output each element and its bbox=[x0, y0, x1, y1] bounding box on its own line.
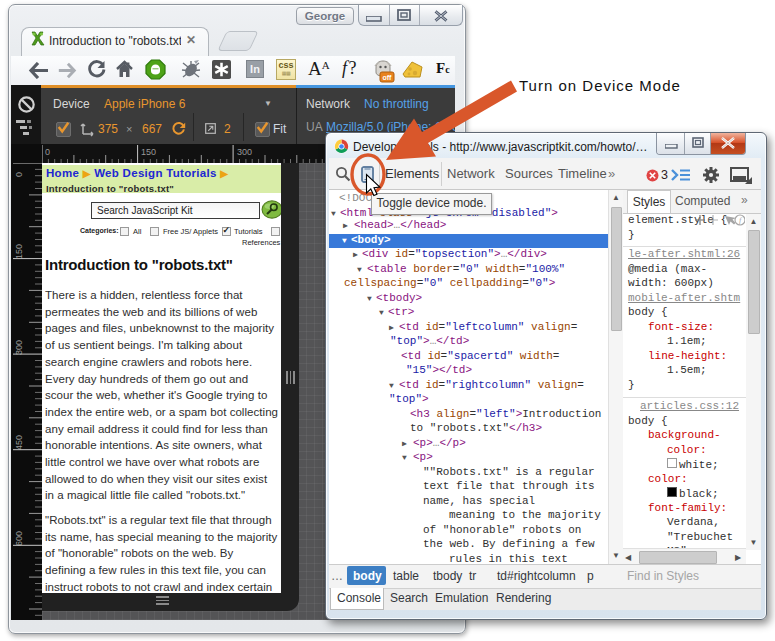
svg-text:off: off bbox=[383, 74, 393, 81]
svg-text:f: f bbox=[739, 216, 743, 225]
